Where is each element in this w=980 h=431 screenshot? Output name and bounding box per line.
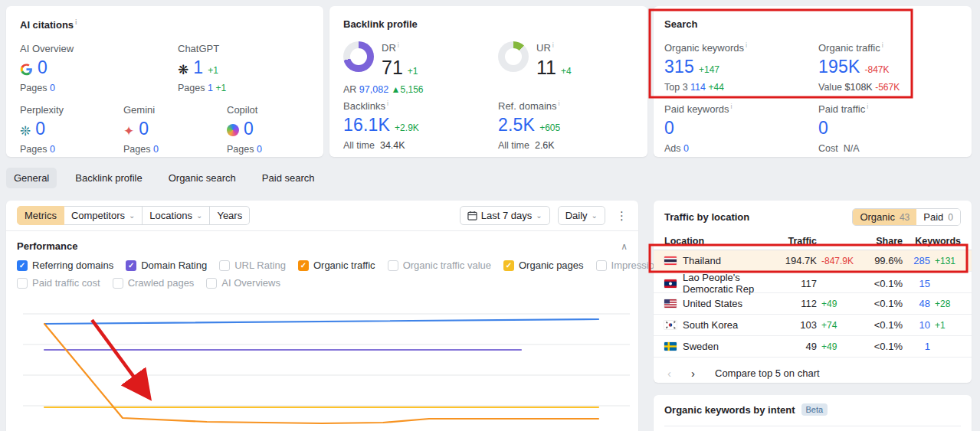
domain-rating-block: DRi 71+1: [343, 41, 418, 79]
metrics-button[interactable]: Metrics: [17, 206, 64, 225]
ref-domains-metric: Ref. domainsi 2.5K+605 All time 2.6K: [498, 100, 560, 151]
metric-checkbox-organic-pages[interactable]: ✓Organic pages: [503, 260, 584, 271]
organic-keywords-value[interactable]: 315: [664, 57, 694, 77]
performance-line-chart[interactable]: [6, 291, 638, 431]
more-options-kebab-icon[interactable]: ⋮: [616, 210, 628, 221]
traffic-by-location-title: Traffic by location: [664, 211, 749, 223]
perplexity-metric: Perplexity ❊ 0 Pages 0: [20, 104, 64, 155]
google-icon: [20, 61, 33, 77]
metric-checkbox-row-2: Paid traffic costCrawled pagesAI Overvie…: [6, 274, 638, 292]
unchecked-checkbox-icon[interactable]: [206, 278, 217, 289]
gemini-pages[interactable]: 0: [153, 144, 159, 155]
traffic-by-location-card: Traffic by location Organic43 Paid0 Loca…: [654, 201, 972, 383]
metric-checkbox-referring-domains[interactable]: ✓Referring domains: [17, 260, 113, 271]
performance-title: Performance: [17, 240, 77, 252]
chevron-down-icon: ⌄: [592, 211, 598, 220]
dr-donut-chart: [343, 41, 374, 72]
ai-overview-value[interactable]: 0: [38, 57, 48, 78]
copilot-pages[interactable]: 0: [257, 144, 262, 155]
checked-checkbox-icon[interactable]: ✓: [503, 260, 514, 271]
chatgpt-icon: ❋: [178, 64, 188, 77]
checked-checkbox-icon[interactable]: ✓: [126, 260, 136, 271]
ai-overview-pages[interactable]: 0: [50, 83, 55, 93]
backlink-profile-card: Backlink profile DRi 71+1 AR 97,082 ▲5,1…: [329, 6, 647, 157]
tab-organic-search[interactable]: Organic search: [161, 168, 244, 188]
beta-badge: Beta: [801, 403, 828, 416]
checked-checkbox-icon[interactable]: ✓: [298, 260, 309, 271]
organic-paid-toggle: Organic43 Paid0: [852, 208, 961, 226]
ref-domains-value[interactable]: 2.5K: [498, 115, 535, 136]
competitors-button[interactable]: Competitors⌄: [64, 206, 143, 225]
checked-checkbox-icon[interactable]: ✓: [17, 260, 28, 271]
calendar-icon: [467, 211, 477, 220]
gemini-value[interactable]: 0: [139, 119, 149, 139]
keywords-by-intent-card: Organic keywords by intentBeta: [654, 395, 972, 431]
granularity-button[interactable]: Daily⌄: [558, 206, 605, 225]
chatgpt-value[interactable]: 1: [193, 57, 203, 78]
ads-value[interactable]: 0: [683, 143, 689, 154]
table-row-south-korea[interactable]: South Korea 103 +74 <0.1% 10 +1: [654, 315, 972, 336]
date-range-button[interactable]: Last 7 days⌄: [460, 206, 550, 225]
table-row-united-states[interactable]: United States 112 +49 <0.1% 48 +28: [654, 293, 972, 315]
thailand-flag-icon: [664, 256, 677, 265]
copilot-value[interactable]: 0: [244, 119, 254, 139]
south-korea-flag-icon: [664, 321, 677, 329]
table-row-sweden[interactable]: Sweden 49 +49 <0.1% 1: [654, 336, 972, 358]
ahrefs-rank: AR 97,082 ▲5,156: [343, 84, 423, 95]
perplexity-pages[interactable]: 0: [50, 144, 55, 155]
next-page-chevron-icon[interactable]: ›: [691, 367, 695, 380]
keywords-by-intent-title: Organic keywords by intent: [664, 404, 795, 416]
paid-traffic-value[interactable]: 0: [818, 118, 828, 139]
top3-value[interactable]: 114: [690, 82, 706, 93]
metric-checkbox-domain-rating[interactable]: ✓Domain Rating: [126, 260, 207, 271]
paid-traffic-metric: Paid traffici 0 Cost N/A: [818, 103, 868, 154]
paid-keywords-value[interactable]: 0: [664, 118, 674, 139]
search-card: Search Organic keywordsi 315+147 Top 3 1…: [654, 6, 972, 157]
perplexity-value[interactable]: 0: [35, 119, 45, 139]
paid-keywords-metric: Paid keywordsi 0 Ads 0: [664, 103, 733, 154]
locations-button[interactable]: Locations⌄: [143, 206, 210, 225]
paid-toggle[interactable]: Paid0: [916, 209, 960, 225]
unchecked-checkbox-icon[interactable]: [388, 260, 398, 271]
ai-citations-title: AI citationsi: [20, 18, 310, 31]
ur-donut-chart: [498, 41, 529, 72]
backlinks-metric: Backlinksi 16.1K+2.9K All time 34.4K: [343, 100, 419, 151]
unchecked-checkbox-icon[interactable]: [17, 278, 28, 289]
unchecked-checkbox-icon[interactable]: [113, 278, 123, 289]
years-button[interactable]: Years: [210, 206, 250, 225]
unchecked-checkbox-icon[interactable]: [219, 260, 230, 271]
compare-top5-link[interactable]: Compare top 5 on chart: [715, 367, 820, 379]
organic-toggle[interactable]: Organic43: [853, 209, 916, 225]
tab-backlink-profile[interactable]: Backlink profile: [67, 168, 149, 188]
ar-value[interactable]: 97,082: [359, 84, 388, 95]
organic-traffic-value[interactable]: 195K: [818, 57, 860, 77]
report-tabbar: General Backlink profile Organic search …: [6, 168, 323, 188]
url-rating-block: URi 11+4: [498, 41, 572, 79]
tab-general[interactable]: General: [6, 168, 57, 188]
sweden-flag-icon: [664, 342, 677, 351]
prev-page-chevron-icon[interactable]: ‹: [667, 367, 671, 380]
table-row-thailand[interactable]: Thailand 194.7K -847.9K 99.6% 285 +131: [654, 250, 972, 272]
metric-checkbox-paid-traffic-cost[interactable]: Paid traffic cost: [17, 277, 100, 289]
unchecked-checkbox-icon[interactable]: [596, 260, 607, 271]
organic-keywords-metric: Organic keywordsi 315+147 Top 3 114 +44: [664, 41, 747, 93]
chart-line-referring-domains: [44, 319, 598, 324]
table-row-laos[interactable]: Lao People's Democratic Rep 117 <0.1% 15: [654, 272, 972, 293]
gemini-metric: Gemini ✦ 0 Pages 0: [123, 104, 159, 155]
metric-checkbox-url-rating[interactable]: URL Rating: [219, 260, 286, 271]
metric-checkbox-crawled-pages[interactable]: Crawled pages: [113, 277, 195, 289]
search-title: Search: [664, 18, 961, 30]
metric-checkbox-organic-traffic[interactable]: ✓Organic traffic: [298, 260, 375, 271]
chevron-down-icon: ⌄: [536, 211, 542, 220]
collapse-chevron-icon[interactable]: ∧: [621, 241, 628, 252]
tab-paid-search[interactable]: Paid search: [254, 168, 323, 188]
copilot-metric: Copilot 0 Pages 0: [227, 104, 262, 155]
ai-citations-card: AI citationsi AI Overview 0 Pages 0 Chat…: [6, 6, 323, 157]
metric-checkbox-organic-traffic-value[interactable]: Organic traffic value: [388, 260, 491, 271]
chart-line-organic-traffic: [44, 324, 598, 423]
chatgpt-metric: ChatGPT ❋ 1 +1 Pages 1 +1: [178, 43, 226, 93]
laos-flag-icon: [664, 279, 677, 288]
chatgpt-pages[interactable]: 1: [208, 83, 213, 93]
metric-checkbox-ai-overviews[interactable]: AI Overviews: [206, 277, 280, 289]
backlinks-value[interactable]: 16.1K: [343, 115, 390, 136]
